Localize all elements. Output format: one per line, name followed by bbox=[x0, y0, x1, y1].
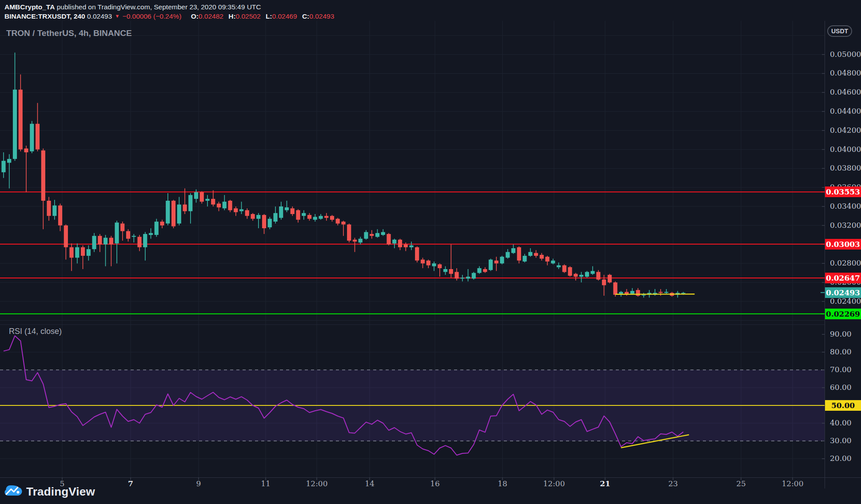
rsi-indicator-label: RSI (14, close) bbox=[9, 327, 62, 336]
price-axis-tick-label: 0.03800 bbox=[830, 163, 861, 172]
time-axis-label: 25 bbox=[736, 479, 746, 488]
close-value: 0.02493 bbox=[309, 12, 334, 20]
rsi-axis-tick-label: 70.00 bbox=[830, 365, 852, 374]
time-axis-label: 9 bbox=[196, 479, 201, 488]
time-axis-label: 11 bbox=[261, 479, 271, 488]
high-label: H: bbox=[228, 12, 235, 20]
price-axis-tick-label: 0.02800 bbox=[830, 258, 861, 267]
chart-legend-title: TRON / TetherUS, 4h, BINANCE bbox=[6, 28, 132, 38]
symbol-info-bar: BINANCE:TRXUSDT, 240 0.02493 ▼ −0.00006 … bbox=[4, 12, 334, 20]
price-axis-tick-label: 0.05000 bbox=[830, 50, 861, 59]
price-axis-tick-label: 0.04200 bbox=[830, 126, 861, 135]
price-axis-tick-label: 0.04000 bbox=[830, 145, 861, 154]
open-value: 0.02482 bbox=[199, 12, 223, 20]
tradingview-snapshot: AMBCrypto_TA published on TradingView.co… bbox=[0, 0, 861, 504]
time-axis-label: 14 bbox=[365, 479, 375, 488]
time-axis[interactable]: 5791112:0014161812:0021232512:00 bbox=[0, 477, 861, 489]
price-level-chip-red: 0.02647 bbox=[825, 273, 861, 283]
time-axis-label: 21 bbox=[600, 479, 610, 488]
rsi-midline-chip: 50.00 bbox=[825, 400, 861, 411]
price-axis-tick-label: 0.04800 bbox=[830, 68, 861, 77]
current-price-chip: 0.02493 bbox=[825, 287, 861, 298]
time-axis-label: 12:00 bbox=[782, 479, 804, 488]
time-axis-label: 12:00 bbox=[306, 479, 328, 488]
rsi-axis-tick-label: 30.00 bbox=[830, 436, 852, 445]
down-arrow-icon: ▼ bbox=[115, 13, 120, 19]
tradingview-logo-text: TradingView bbox=[26, 485, 95, 499]
tradingview-logo[interactable]: TradingView bbox=[4, 484, 95, 500]
price-axis-tick-label: 0.04600 bbox=[830, 87, 861, 96]
time-axis-label: 12:00 bbox=[543, 479, 565, 488]
rsi-axis-tick-label: 20.00 bbox=[830, 454, 852, 463]
rsi-axis-tick-label: 60.00 bbox=[830, 383, 852, 392]
price-level-chip-red: 0.03553 bbox=[825, 187, 861, 197]
time-axis-label: 7 bbox=[128, 479, 133, 488]
close-label: C: bbox=[302, 12, 309, 20]
time-axis-label: 23 bbox=[668, 479, 678, 488]
published-byline: AMBCrypto_TA published on TradingView.co… bbox=[4, 3, 261, 11]
price-axis-tick-label: 0.04400 bbox=[830, 107, 861, 115]
price-axis-tick-label: 0.03200 bbox=[830, 221, 861, 230]
chart-canvas[interactable] bbox=[0, 0, 861, 504]
low-label: L: bbox=[266, 12, 272, 20]
price-change: −0.00006 (−0.24%) bbox=[123, 12, 182, 20]
price-level-chip-red: 0.03003 bbox=[825, 239, 861, 250]
currency-badge[interactable]: USDT bbox=[827, 25, 852, 37]
time-axis-label: 16 bbox=[430, 479, 440, 488]
author-name: AMBCrypto_TA bbox=[4, 3, 55, 11]
rsi-axis-tick-label: 90.00 bbox=[830, 329, 852, 338]
tradingview-logo-icon bbox=[4, 484, 22, 500]
price-axis-tick-label: 0.03400 bbox=[830, 202, 861, 210]
open-label: O: bbox=[191, 12, 199, 20]
symbol-interval: BINANCE:TRXUSDT, 240 bbox=[4, 12, 85, 20]
rsi-axis-tick-label: 80.00 bbox=[830, 347, 852, 356]
price-axis[interactable]: 0.050000.048000.046000.044000.042000.040… bbox=[825, 0, 861, 504]
price-level-chip-green: 0.02269 bbox=[825, 309, 861, 319]
rsi-axis-tick-label: 40.00 bbox=[830, 418, 852, 427]
ohlc-values: O:0.02482 H:0.02502 L:0.02469 C:0.02493 bbox=[188, 12, 335, 20]
low-value: 0.02469 bbox=[272, 12, 297, 20]
byline-rest: published on TradingView.com, September … bbox=[55, 3, 261, 11]
last-price: 0.02493 bbox=[87, 12, 112, 20]
high-value: 0.02502 bbox=[236, 12, 261, 20]
time-axis-label: 18 bbox=[498, 479, 507, 488]
